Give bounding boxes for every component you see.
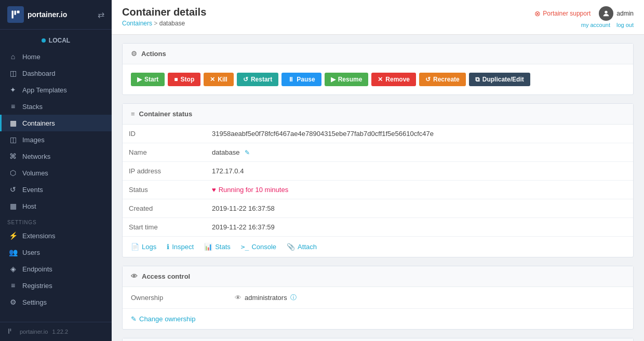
- duplicate-edit-button[interactable]: ⧉ Duplicate/Edit: [469, 73, 530, 86]
- console-link[interactable]: >_ Console: [241, 243, 276, 251]
- sidebar-item-extensions[interactable]: ⚡ Extensions: [0, 227, 112, 244]
- container-status-panel: ≡ Container status ID 31958aeabf5e0f78fc…: [122, 103, 634, 257]
- svg-rect-3: [8, 329, 9, 334]
- attach-link[interactable]: 📎 Attach: [287, 243, 317, 251]
- breadcrumb-parent-link[interactable]: Containers: [122, 20, 152, 27]
- start-label: Start: [144, 76, 158, 83]
- host-icon: ▦: [9, 202, 17, 210]
- resume-icon: ▶: [331, 76, 336, 83]
- pause-button[interactable]: ⏸ Pause: [281, 73, 321, 86]
- logout-link[interactable]: log out: [616, 22, 634, 28]
- attach-label: Attach: [298, 243, 317, 251]
- sidebar: portainer.io ⇄ LOCAL ⌂ Home ◫ Dashboard …: [0, 0, 112, 341]
- svg-rect-2: [17, 11, 20, 13]
- actions-panel: ⚙ Actions ▶ Start ■ Stop ✕ Kill: [122, 43, 634, 95]
- user-info: admin: [599, 6, 634, 21]
- networks-icon: ⌘: [9, 152, 17, 160]
- field-label-id: ID: [123, 125, 206, 143]
- sidebar-item-containers[interactable]: ▦ Containers: [0, 115, 112, 131]
- stacks-icon: ≡: [9, 102, 17, 111]
- inspect-link[interactable]: ℹ Inspect: [167, 243, 194, 251]
- footer-logo-text: portainer.io: [20, 329, 48, 335]
- inspect-label: Inspect: [172, 243, 194, 251]
- svg-rect-4: [10, 329, 11, 331]
- settings-icon: ⚙: [9, 298, 17, 306]
- start-button[interactable]: ▶ Start: [131, 73, 165, 86]
- resume-label: Resume: [338, 76, 363, 83]
- sidebar-item-home[interactable]: ⌂ Home: [0, 48, 112, 65]
- sidebar-item-label: Endpoints: [22, 265, 52, 273]
- remove-button[interactable]: ✕ Remove: [371, 73, 416, 86]
- sidebar-item-registries[interactable]: ≡ Registries: [0, 277, 112, 294]
- endpoints-icon: ◈: [9, 265, 17, 273]
- attach-icon: 📎: [287, 243, 295, 251]
- sidebar-item-label: Containers: [22, 119, 55, 127]
- access-control-icon: 👁: [131, 272, 138, 280]
- change-ownership-link[interactable]: ✎ Change ownership: [131, 315, 625, 323]
- sidebar-item-settings[interactable]: ⚙ Settings: [0, 294, 112, 310]
- page-header: Container details Containers > database …: [112, 0, 644, 35]
- support-link[interactable]: ⊗ Portainer support: [534, 9, 591, 18]
- change-ownership-label: Change ownership: [139, 315, 195, 323]
- sidebar-item-label: Settings: [22, 298, 47, 306]
- sidebar-item-events[interactable]: ↺ Events: [0, 181, 112, 198]
- field-value-ip: 172.17.0.4: [206, 162, 633, 181]
- field-label-start-time: Start time: [123, 218, 206, 237]
- pause-label: Pause: [297, 76, 315, 83]
- field-value-start-time: 2019-11-22 16:37:59: [206, 218, 633, 237]
- actions-panel-body: ▶ Start ■ Stop ✕ Kill ↺ Restart: [123, 64, 633, 94]
- ownership-value: 👁 administrators ⓘ: [235, 293, 297, 302]
- recreate-button[interactable]: ↺ Recreate: [419, 73, 466, 86]
- containers-icon: ▦: [9, 119, 17, 127]
- sidebar-item-host[interactable]: ▦ Host: [0, 198, 112, 214]
- ownership-info-icon[interactable]: ⓘ: [290, 293, 297, 302]
- table-row: Start time 2019-11-22 16:37:59: [123, 218, 633, 237]
- sidebar-item-images[interactable]: ◫ Images: [0, 131, 112, 148]
- app-templates-icon: ✦: [9, 86, 17, 94]
- sidebar-toggle-icon[interactable]: ⇄: [98, 10, 104, 20]
- table-row: Status ♥ Running for 10 minutes: [123, 181, 633, 199]
- inspect-icon: ℹ: [167, 243, 169, 251]
- sidebar-item-users[interactable]: 👥 Users: [0, 244, 112, 261]
- support-icon: ⊗: [534, 9, 541, 18]
- create-image-header: 📋 Create image: [123, 338, 633, 341]
- images-icon: ◫: [9, 135, 17, 144]
- sidebar-item-stacks[interactable]: ≡ Stacks: [0, 98, 112, 115]
- field-label-status: Status: [123, 181, 206, 199]
- ownership-value-text: administrators: [245, 294, 287, 302]
- status-header-icon: ≡: [131, 110, 135, 118]
- kill-icon: ✕: [210, 76, 215, 83]
- sidebar-item-volumes[interactable]: ⬡ Volumes: [0, 165, 112, 181]
- change-ownership-edit-icon: ✎: [131, 315, 137, 323]
- sidebar-item-dashboard[interactable]: ◫ Dashboard: [0, 65, 112, 81]
- sidebar-item-app-templates[interactable]: ✦ App Templates: [0, 81, 112, 98]
- logs-link[interactable]: 📄 Logs: [131, 243, 156, 251]
- logo-text: portainer.io: [28, 10, 67, 19]
- edit-name-icon[interactable]: ✎: [245, 149, 250, 156]
- stats-link[interactable]: 📊 Stats: [204, 243, 231, 251]
- restart-button[interactable]: ↺ Restart: [237, 73, 278, 86]
- container-status-table: ID 31958aeabf5e0f78fcf6467ae4e78904315eb…: [123, 125, 633, 236]
- page-content: ⚙ Actions ▶ Start ■ Stop ✕ Kill: [112, 35, 644, 341]
- heart-icon: ♥: [212, 186, 216, 194]
- kill-button[interactable]: ✕ Kill: [204, 73, 234, 86]
- pause-icon: ⏸: [288, 76, 294, 83]
- sidebar-item-endpoints[interactable]: ◈ Endpoints: [0, 261, 112, 277]
- sidebar-footer: portainer.io 1.22.2: [0, 322, 112, 341]
- stats-label: Stats: [215, 243, 231, 251]
- container-name-value: database: [212, 148, 240, 156]
- sidebar-item-networks[interactable]: ⌘ Networks: [0, 148, 112, 165]
- sidebar-item-label: Networks: [22, 153, 50, 160]
- stop-button[interactable]: ■ Stop: [168, 73, 200, 86]
- restart-label: Restart: [251, 76, 272, 83]
- registries-icon: ≡: [9, 281, 17, 290]
- resume-button[interactable]: ▶ Resume: [325, 73, 369, 86]
- quick-actions-row: 📄 Logs ℹ Inspect 📊 Stats >_ Console 📎: [123, 236, 633, 257]
- sidebar-item-label: Events: [22, 186, 43, 194]
- volumes-icon: ⬡: [9, 169, 17, 177]
- create-image-panel: 📋 Create image: [122, 338, 634, 341]
- table-row: ID 31958aeabf5e0f78fcf6467ae4e78904315eb…: [123, 125, 633, 143]
- dashboard-icon: ◫: [9, 69, 17, 77]
- access-control-header: 👁 Access control: [123, 266, 633, 287]
- my-account-link[interactable]: my account: [581, 22, 610, 28]
